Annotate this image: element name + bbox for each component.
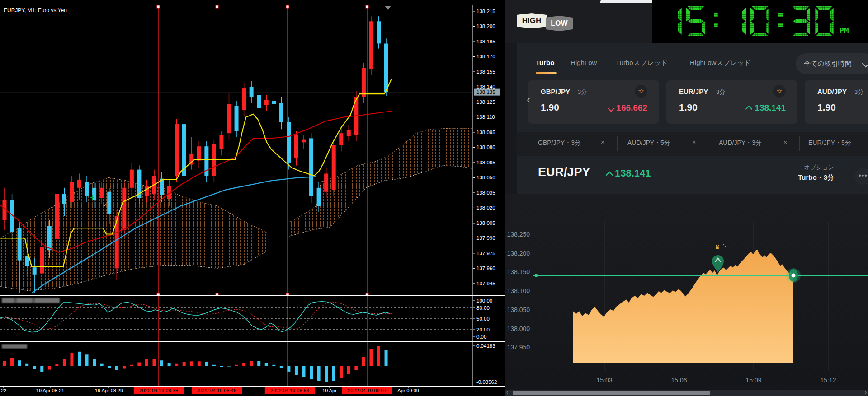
more-options-button[interactable]: •••: [854, 168, 868, 185]
highlow-logo[interactable]: HIGH LOW: [517, 12, 576, 31]
svg-text:80.00: 80.00: [476, 305, 490, 311]
selected-pair: EUR/JPY: [538, 165, 590, 179]
card-duration: 3分: [716, 88, 725, 96]
panel-left-strip: [505, 43, 517, 194]
svg-text:PM: PM: [839, 26, 849, 35]
chevron-down-icon: [862, 60, 868, 68]
svg-text:15:03: 15:03: [596, 377, 612, 384]
star-icon[interactable]: ☆: [635, 85, 647, 98]
asset-card-gbpjpy[interactable]: GBP/JPY 3分 ☆ 1.90 166.662: [528, 80, 659, 124]
card-payout: 1.90: [541, 102, 559, 113]
svg-text:138.035: 138.035: [476, 190, 495, 196]
svg-text:2022.04.19 08:38: 2022.04.19 08:38: [139, 388, 178, 393]
svg-text:138.135: 138.135: [476, 89, 495, 95]
close-icon[interactable]: ×: [692, 139, 696, 146]
chevron-down-icon: [608, 105, 615, 112]
svg-text:Apr 09:09: Apr 09:09: [397, 388, 419, 393]
scroll-left-icon[interactable]: ‹: [506, 389, 508, 396]
svg-text:15:12: 15:12: [820, 377, 836, 384]
svg-text:138.185: 138.185: [476, 39, 495, 44]
svg-text:0.00: 0.00: [476, 334, 486, 340]
svg-text:137.945: 137.945: [476, 281, 495, 286]
browser-tab-sliver: [600, 0, 653, 3]
logo-low-flag: LOW: [546, 16, 573, 31]
svg-text:138.200: 138.200: [507, 250, 530, 257]
svg-text:19 Apr: 19 Apr: [322, 388, 337, 393]
svg-text:50.00: 50.00: [476, 316, 490, 321]
tab-turbo-spread[interactable]: Turboスプレッド: [616, 59, 668, 67]
svg-text:138.125: 138.125: [476, 99, 495, 105]
close-icon[interactable]: ×: [601, 139, 604, 146]
svg-text:138.250: 138.250: [507, 231, 530, 238]
tab-highlow-spread[interactable]: HighLowスプレッド: [690, 59, 751, 67]
svg-text:137.990: 137.990: [476, 235, 495, 241]
svg-text:138.050: 138.050: [476, 175, 495, 180]
horizontal-scrollbar[interactable]: ‹ ›: [505, 390, 868, 396]
svg-text:15:09: 15:09: [745, 377, 761, 384]
svg-text:2022.04.19 08:46: 2022.04.19 08:46: [198, 388, 236, 393]
highlow-panel: HIGH LOW PM Turbo HighLow Turboスプレッド Hig…: [505, 0, 868, 396]
svg-text:138.215: 138.215: [476, 9, 495, 14]
chip-eurjpy-5m[interactable]: EUR/JPY・5分: [808, 139, 851, 147]
svg-text:138.110: 138.110: [476, 114, 495, 120]
chip-audjpy-3m[interactable]: AUD/JPY・3分: [719, 139, 762, 147]
option-label: オプション: [804, 163, 834, 172]
svg-text:138.170: 138.170: [476, 54, 495, 59]
mt4-chart-window[interactable]: EURJPY, M1: Euro vs Yen138.215138.200138…: [0, 0, 505, 396]
svg-text:138.065: 138.065: [476, 160, 495, 165]
active-tab-underline: [536, 72, 557, 74]
tab-highlow[interactable]: HighLow: [571, 59, 597, 66]
star-icon[interactable]: ☆: [773, 85, 786, 98]
svg-text:¥: ¥: [716, 244, 719, 251]
svg-text:-0.03562: -0.03562: [476, 379, 497, 385]
svg-text:138.005: 138.005: [476, 220, 495, 226]
svg-text:138.155: 138.155: [476, 69, 495, 75]
chevron-up-icon: [745, 106, 753, 113]
svg-text:137.960: 137.960: [476, 266, 495, 271]
svg-text:138.050: 138.050: [507, 306, 530, 313]
chip-divider: [799, 136, 800, 151]
highlow-header: HIGH LOW PM: [505, 0, 868, 43]
svg-text:138.020: 138.020: [476, 205, 495, 210]
asset-card-eurjpy[interactable]: EUR/JPY 3分 ☆ 1.90 138.141: [666, 80, 797, 124]
price-area-chart[interactable]: 138.250138.200138.150138.100138.050138.0…: [505, 194, 868, 390]
svg-text:137.950: 137.950: [507, 344, 530, 351]
svg-text:15:06: 15:06: [671, 377, 687, 384]
chip-divider: [617, 136, 618, 151]
svg-text:20.00: 20.00: [476, 327, 490, 332]
selected-price: 138.141: [615, 168, 651, 179]
digital-clock-svg: PM: [652, 0, 868, 43]
svg-text:19 Apr 08:21: 19 Apr 08:21: [36, 388, 64, 393]
tab-turbo[interactable]: Turbo: [536, 59, 554, 66]
scroll-right-icon[interactable]: ›: [865, 389, 867, 396]
logo-high-flag: HIGH: [517, 13, 547, 28]
svg-text:138.100: 138.100: [507, 287, 530, 294]
chip-gbpjpy-3m[interactable]: GBP/JPY・3分: [538, 139, 581, 147]
mt4-chart-svg[interactable]: EURJPY, M1: Euro vs Yen138.215138.200138…: [0, 0, 505, 396]
chevron-up-icon: [606, 172, 613, 179]
card-price: 166.662: [609, 103, 647, 113]
asset-card-audjpy[interactable]: AUD/JPY 3分 1.90: [805, 80, 868, 124]
svg-text:19 Apr 08:29: 19 Apr 08:29: [95, 388, 123, 393]
trade-time-filter[interactable]: 全ての取引時間: [796, 53, 868, 74]
selected-asset-header: EUR/JPY 138.141 オプション Turbo・3分 •••: [505, 162, 868, 193]
svg-text:22: 22: [1, 388, 6, 393]
card-payout: 1.90: [817, 102, 836, 113]
cards-scroll-left-button[interactable]: ‹: [527, 93, 531, 107]
svg-text:138.095: 138.095: [476, 130, 495, 135]
chip-divider: [709, 136, 709, 151]
card-pair: GBP/JPY: [541, 88, 570, 95]
card-duration: 3分: [854, 88, 863, 96]
card-pair: EUR/JPY: [679, 88, 708, 95]
scrollbar-thumb[interactable]: [513, 391, 710, 395]
open-positions-chips: GBP/JPY・3分 × AUD/JPY・5分 × AUD/JPY・3分 × E…: [505, 132, 868, 156]
svg-text:100.00: 100.00: [476, 298, 492, 303]
chip-audjpy-5m[interactable]: AUD/JPY・5分: [627, 139, 670, 147]
svg-text:138.200: 138.200: [476, 23, 495, 29]
card-duration: 3分: [578, 88, 587, 96]
trade-time-filter-label: 全ての取引時間: [804, 60, 852, 67]
close-icon[interactable]: ×: [783, 139, 787, 146]
trading-workspace: EURJPY, M1: Euro vs Yen138.215138.200138…: [0, 0, 868, 396]
card-pair: AUD/JPY: [817, 88, 847, 95]
card-payout: 1.90: [679, 102, 698, 113]
